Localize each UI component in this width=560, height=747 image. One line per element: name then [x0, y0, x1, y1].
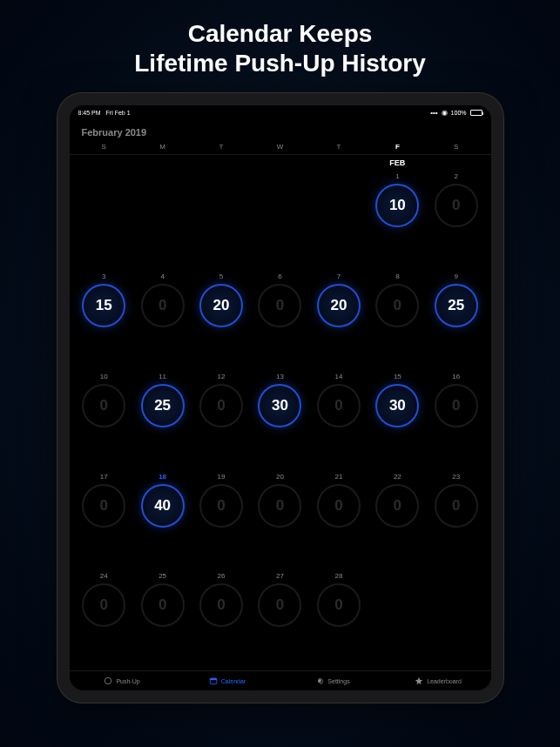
- status-time: 8:45 PM: [78, 110, 101, 116]
- headline-line2: Lifetime Push-Up History: [134, 49, 425, 78]
- tab-label: Calendar: [221, 678, 246, 684]
- svg-point-0: [105, 677, 112, 684]
- day-circle[interactable]: 0: [199, 384, 243, 427]
- day-number: 2: [455, 172, 458, 180]
- day-circle[interactable]: 25: [141, 384, 185, 427]
- day-number: 20: [276, 473, 284, 481]
- day-number: 7: [337, 273, 341, 280]
- day-circle[interactable]: 0: [82, 384, 125, 427]
- day-cell[interactable]: 230: [427, 469, 485, 569]
- day-cell[interactable]: 40: [133, 269, 192, 369]
- day-circle[interactable]: 0: [375, 284, 419, 327]
- status-bar: 8:45 PM Fri Feb 1 ••• ◉ 100%: [70, 105, 491, 120]
- svg-point-3: [319, 680, 321, 683]
- day-circle[interactable]: 0: [82, 484, 125, 528]
- day-cell[interactable]: 280: [309, 569, 368, 669]
- day-number: 10: [100, 373, 108, 380]
- day-circle[interactable]: 30: [375, 384, 419, 427]
- day-cell[interactable]: 315: [75, 269, 133, 369]
- day-cell[interactable]: 240: [75, 569, 133, 669]
- day-cell[interactable]: 200: [251, 469, 309, 569]
- battery-icon: [470, 110, 482, 116]
- status-right: ••• ◉ 100%: [430, 109, 482, 117]
- day-number: 21: [334, 473, 342, 481]
- day-number: 15: [394, 373, 401, 380]
- day-cell[interactable]: 1330: [251, 369, 309, 469]
- day-cell: [251, 169, 309, 269]
- day-number: 17: [100, 473, 108, 481]
- tab-settings[interactable]: Settings: [280, 676, 386, 685]
- day-cell[interactable]: 120: [192, 369, 250, 469]
- day-circle[interactable]: 25: [435, 284, 478, 327]
- day-number: 25: [159, 572, 166, 580]
- day-cell: [75, 169, 133, 269]
- day-cell[interactable]: 220: [368, 469, 427, 569]
- day-number: 27: [276, 572, 284, 580]
- day-cell[interactable]: 60: [251, 269, 309, 369]
- day-circle[interactable]: 0: [435, 184, 478, 227]
- day-circle[interactable]: 0: [317, 583, 361, 627]
- day-circle[interactable]: 0: [258, 484, 301, 528]
- calendar-icon: [209, 676, 218, 685]
- day-cell[interactable]: 1530: [368, 369, 427, 469]
- day-cell[interactable]: 520: [192, 269, 250, 369]
- day-cell[interactable]: 100: [75, 369, 133, 469]
- day-cell: [368, 569, 427, 669]
- day-circle[interactable]: 40: [141, 484, 185, 528]
- day-number: 26: [218, 572, 226, 580]
- day-circle[interactable]: 0: [435, 484, 478, 528]
- day-circle[interactable]: 10: [375, 184, 419, 227]
- tab-label: Settings: [327, 678, 349, 684]
- day-cell[interactable]: 160: [427, 369, 485, 469]
- svg-rect-2: [210, 678, 217, 680]
- day-cell[interactable]: 170: [75, 469, 133, 569]
- day-circle[interactable]: 0: [141, 284, 185, 327]
- weekday-label: T: [192, 143, 250, 154]
- day-cell[interactable]: 20: [427, 169, 485, 269]
- day-cell[interactable]: 210: [309, 469, 368, 569]
- day-cell[interactable]: 1840: [133, 469, 192, 569]
- day-circle[interactable]: 0: [141, 583, 185, 627]
- day-number: 18: [159, 473, 166, 481]
- day-number: 6: [278, 273, 281, 280]
- day-circle[interactable]: 20: [317, 284, 361, 327]
- tab-calendar[interactable]: Calendar: [175, 676, 280, 685]
- day-cell[interactable]: 260: [192, 569, 250, 669]
- day-circle[interactable]: 0: [375, 484, 419, 528]
- day-number: 11: [159, 373, 166, 380]
- day-cell[interactable]: 80: [368, 269, 427, 369]
- weekday-label: M: [133, 143, 192, 154]
- weekday-label: T: [309, 143, 368, 154]
- day-number: 8: [395, 273, 399, 280]
- day-circle[interactable]: 30: [258, 384, 301, 427]
- day-cell[interactable]: 720: [309, 269, 368, 369]
- headline-line1: Calendar Keeps: [134, 19, 425, 49]
- day-cell[interactable]: 925: [427, 269, 485, 369]
- day-number: 22: [394, 473, 401, 481]
- day-circle[interactable]: 0: [435, 384, 478, 427]
- tab-push-up[interactable]: Push-Up: [70, 676, 175, 685]
- day-circle[interactable]: 15: [82, 284, 125, 327]
- day-cell[interactable]: 1125: [133, 369, 192, 469]
- day-circle[interactable]: 0: [317, 384, 361, 427]
- day-circle[interactable]: 0: [317, 484, 361, 528]
- day-circle[interactable]: 20: [199, 284, 243, 327]
- day-cell[interactable]: 140: [309, 369, 368, 469]
- day-circle[interactable]: 0: [258, 284, 301, 327]
- weekday-label: S: [75, 143, 133, 154]
- day-cell[interactable]: 270: [251, 569, 309, 669]
- day-circle[interactable]: 0: [82, 583, 125, 627]
- day-number: 4: [160, 273, 164, 280]
- day-cell[interactable]: 250: [133, 569, 192, 669]
- day-number: 24: [100, 572, 108, 580]
- status-date: Fri Feb 1: [106, 110, 131, 116]
- tab-leaderboard[interactable]: Leaderboard: [386, 676, 491, 685]
- day-cell[interactable]: 110: [368, 169, 427, 269]
- day-cell[interactable]: 190: [192, 469, 250, 569]
- day-circle[interactable]: 0: [199, 484, 243, 528]
- day-circle[interactable]: 0: [258, 583, 301, 627]
- day-number: 19: [218, 473, 226, 481]
- day-cell: [192, 169, 250, 269]
- day-circle[interactable]: 0: [199, 583, 243, 627]
- day-number: 13: [276, 373, 284, 380]
